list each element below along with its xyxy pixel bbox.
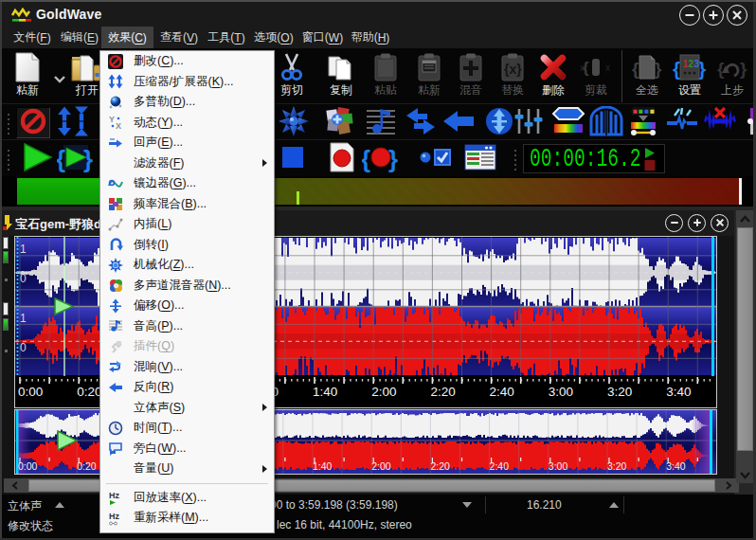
toolbar-paste-new-button[interactable]: 粘新 xyxy=(407,51,451,102)
menu-item-15[interactable]: 插件(Q) xyxy=(100,336,274,357)
reverb-icon xyxy=(108,359,123,374)
menu-item-24[interactable]: Hz重新采样(M)... xyxy=(100,508,274,529)
menu-item-1[interactable]: 删改(C)... xyxy=(100,51,274,72)
submenu-arrow-icon xyxy=(262,404,267,411)
menu-item-14[interactable]: 音高(P)... xyxy=(100,316,274,337)
toolbar-select-all-button[interactable]: {}全选 xyxy=(625,51,669,102)
toolbar-cut-button[interactable]: 剪切 xyxy=(270,51,314,102)
channel-mixer-icon xyxy=(108,278,123,293)
menu-item-18[interactable]: 立体声(S) xyxy=(100,398,274,419)
menu-item-20[interactable]: 旁白(W)... xyxy=(100,439,274,459)
menu-item-6[interactable]: 滤波器(F) xyxy=(100,153,274,174)
menubar-item-1[interactable]: 文件(F) xyxy=(9,27,55,48)
record-selection-button[interactable]: {} xyxy=(363,142,399,175)
status-position[interactable]: 16.210 xyxy=(527,498,562,512)
minimize-button[interactable] xyxy=(679,5,700,26)
cut-icon xyxy=(278,51,306,83)
effects-reverb-button[interactable] xyxy=(403,106,439,139)
play-button[interactable] xyxy=(19,142,55,175)
effects-pop-fix-button[interactable] xyxy=(664,106,700,139)
scroll-up-icon[interactable] xyxy=(736,210,754,227)
position-up-icon[interactable] xyxy=(609,502,619,508)
toolbar-undo-button[interactable]: {}上步 xyxy=(711,51,754,102)
status-selection[interactable]: 00 to 3:59.198 (3:59.198) xyxy=(270,498,398,512)
menubar-item-6[interactable]: 选项(O) xyxy=(252,27,296,48)
effects-cancel-button[interactable] xyxy=(16,107,50,138)
effects-filter-button[interactable] xyxy=(550,106,586,139)
settings-icon: {}123 xyxy=(673,51,707,83)
maximize-button[interactable] xyxy=(703,5,724,26)
scroll-down-icon[interactable] xyxy=(736,466,754,483)
sound-close-button[interactable] xyxy=(711,214,729,232)
menu-item-23[interactable]: Hz回放速率(X)... xyxy=(100,488,274,509)
channel-mode-up-icon[interactable] xyxy=(55,502,64,508)
vertical-scrollbar-thumb[interactable] xyxy=(737,227,753,451)
toolbar-button-label: 剪裁 xyxy=(585,84,607,97)
effects-spectrum-button[interactable]: ▦▦▦▦ xyxy=(625,106,661,139)
menu-item-2[interactable]: 压缩器/扩展器(K)... xyxy=(100,72,274,93)
toolbar-paste-button[interactable]: 粘贴 xyxy=(364,51,407,102)
menubar-item-3[interactable]: 效果(C) xyxy=(101,27,153,48)
menu-item-3[interactable]: 多普勒(D)... xyxy=(100,92,274,113)
menubar-item-8[interactable]: 帮助(H) xyxy=(349,27,392,48)
channel2-white-indicator[interactable] xyxy=(3,302,9,315)
menu-item-17[interactable]: 反向(R) xyxy=(100,377,274,398)
vertical-scrollbar[interactable] xyxy=(736,210,754,483)
menubar-item-7[interactable]: 窗口(W) xyxy=(299,27,346,48)
monitor-button[interactable] xyxy=(417,142,453,175)
toolbar-replace-button[interactable]: {x}替换 xyxy=(491,51,534,102)
stop-button[interactable] xyxy=(275,142,311,175)
menu-item-9[interactable]: 内插(L) xyxy=(100,214,274,235)
toolbar-settings-button[interactable]: {}123设置 xyxy=(668,51,711,102)
effects-mixer-button[interactable] xyxy=(321,106,357,139)
paste-new-icon xyxy=(415,51,443,83)
menu-item-13[interactable]: 偏移(O)... xyxy=(100,296,274,316)
effects-compressor-button[interactable] xyxy=(55,106,91,139)
menu-item-4[interactable]: YX动态(Y)... xyxy=(100,113,274,134)
status-channel-mode[interactable]: 立体声 xyxy=(8,498,42,514)
menubar-item-2[interactable]: 编辑(E) xyxy=(60,27,99,48)
selection-dropdown-icon[interactable] xyxy=(462,502,472,508)
effects-mechanize-button[interactable] xyxy=(276,106,312,139)
sound-minimize-button[interactable] xyxy=(665,214,683,232)
channel2-green-indicator[interactable] xyxy=(3,318,9,331)
replace-icon: {x} xyxy=(498,51,527,83)
menu-item-11[interactable]: 机械化(Z)... xyxy=(100,255,274,276)
properties-button[interactable] xyxy=(462,142,498,175)
overview-axis-label: 3:00 xyxy=(549,460,567,472)
effects-pitch-button[interactable] xyxy=(363,106,399,139)
close-button[interactable] xyxy=(727,5,747,26)
menubar-item-4[interactable]: 查看(V) xyxy=(157,27,201,48)
menu-item-16[interactable]: 混响(V)... xyxy=(100,357,274,378)
toolbar-trim-button[interactable]: { }xx剪裁 xyxy=(574,51,618,102)
menu-item-21[interactable]: 音量(U) xyxy=(100,459,274,479)
effects-gate-button[interactable] xyxy=(588,106,624,139)
menu-item-19[interactable]: 时间(T)... xyxy=(100,418,274,439)
record-button[interactable] xyxy=(324,142,360,175)
menu-item-12[interactable]: 多声道混音器(N)... xyxy=(100,276,274,297)
menubar-item-5[interactable]: 工具(T) xyxy=(205,27,248,48)
time-axis-label: 3:00 xyxy=(549,385,573,399)
menu-item-8[interactable]: 频率混合(B)... xyxy=(100,194,274,215)
channel1-green-indicator[interactable] xyxy=(3,251,9,263)
toolbar-copy-button[interactable]: 复制 xyxy=(319,51,363,102)
scroll-left-icon[interactable] xyxy=(6,479,25,492)
effects-equalizer-button[interactable] xyxy=(511,106,547,139)
effects-noise-reduction-button[interactable] xyxy=(702,106,738,139)
scroll-right-icon[interactable] xyxy=(718,479,737,492)
channel1-white-indicator[interactable] xyxy=(3,237,9,249)
menu-item-10[interactable]: 倒转(I) xyxy=(100,235,274,256)
toolbar-delete-button[interactable]: 删除 xyxy=(531,51,575,102)
toolbar-mix-button[interactable]: 混音 xyxy=(449,51,493,102)
new-dropdown-button[interactable] xyxy=(54,70,65,87)
wave-x-icon xyxy=(702,106,738,140)
toolbar-button-label: 复制 xyxy=(330,84,352,97)
play-selection-button[interactable]: {} xyxy=(58,142,94,175)
maximize-icon xyxy=(708,9,719,21)
menu-item-5[interactable]: 回声(E)... xyxy=(100,133,274,153)
effects-reverse-button[interactable] xyxy=(441,106,477,139)
menu-item-7[interactable]: 镶边器(G)... xyxy=(100,173,274,194)
record-icon xyxy=(327,142,357,176)
toolbar-new-button[interactable]: 粘新 xyxy=(6,51,49,102)
sound-maximize-button[interactable] xyxy=(688,214,706,232)
